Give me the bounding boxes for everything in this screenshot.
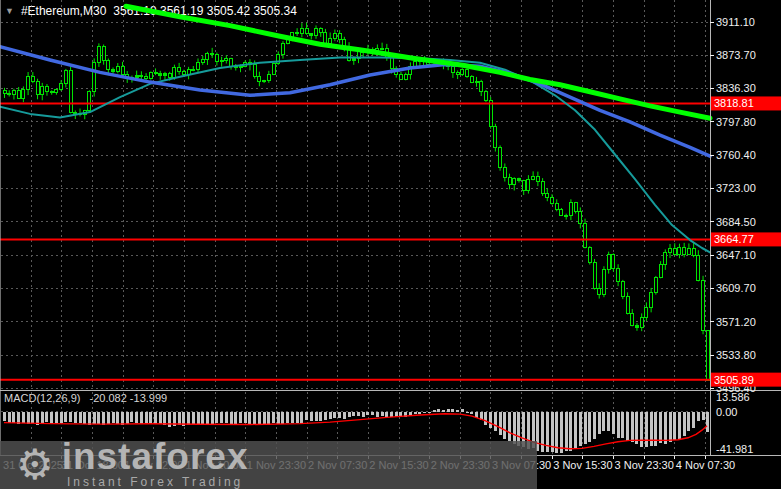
macd-bar [348, 412, 351, 418]
candle [503, 163, 506, 181]
macd-bar [211, 412, 214, 425]
macd-bar [626, 412, 629, 442]
macd-bar [560, 412, 563, 454]
macd-bar [45, 412, 48, 423]
candle-body [17, 91, 20, 98]
macd-bar [140, 412, 143, 425]
candle-body [281, 43, 284, 55]
candle [211, 48, 214, 58]
price-tick-label: 3647.10 [716, 249, 756, 261]
candle [93, 58, 96, 96]
candle-body [197, 62, 200, 69]
candle [305, 23, 308, 35]
candle-body [414, 61, 417, 66]
candle [522, 180, 525, 195]
candle-body [669, 249, 672, 253]
candle-body [645, 308, 648, 318]
candle-body [93, 63, 96, 92]
candle-body [3, 90, 6, 93]
candle [612, 253, 615, 271]
macd-bar [31, 412, 34, 423]
macd-bar [22, 412, 25, 424]
candle-body [296, 33, 299, 34]
price-tick-label: 3760.40 [716, 149, 756, 161]
macd-bar [343, 412, 346, 419]
candle-body [461, 70, 464, 75]
candle-body [555, 204, 558, 210]
candle-body [527, 180, 530, 191]
macd-bar [258, 412, 261, 425]
candle [8, 90, 11, 96]
macd-bar [631, 412, 634, 443]
macd-bar [319, 412, 322, 422]
candle [50, 90, 53, 94]
candle-body [107, 60, 110, 70]
candle-body [50, 91, 53, 92]
candle-body [329, 38, 332, 44]
candle-body [41, 87, 44, 95]
macd-bar [584, 412, 587, 445]
candle-body [310, 34, 313, 36]
candle-body [650, 292, 653, 307]
candle [404, 73, 407, 81]
candle [669, 244, 672, 258]
macd-bar [357, 412, 360, 416]
price-tick-label: 3797.80 [716, 116, 756, 128]
candle-body [74, 112, 77, 113]
macd-bar [706, 412, 709, 432]
candle [187, 67, 190, 79]
candle [489, 97, 492, 129]
macd-bar [225, 412, 228, 423]
candle [121, 62, 124, 76]
macd-bar [300, 412, 303, 423]
macd-bar [272, 412, 275, 423]
candle-body [215, 55, 218, 61]
macd-bar [602, 412, 605, 432]
macd-bar [135, 412, 138, 424]
macd-bar [315, 412, 318, 421]
candle [31, 72, 34, 83]
candle-body [69, 71, 72, 112]
price-axis[interactable]: 3911.103873.703836.303797.803760.403723.… [710, 16, 781, 455]
macd-bar [338, 412, 341, 419]
candle [272, 63, 275, 75]
candle-body [635, 325, 638, 327]
candle [267, 71, 270, 83]
candle-body [673, 249, 676, 254]
candle [399, 72, 402, 80]
macd-bar [489, 412, 492, 428]
candle [565, 214, 568, 220]
candle [192, 66, 195, 71]
macd-bar [324, 412, 327, 421]
candle-body [159, 74, 162, 76]
candle [635, 323, 638, 331]
candle [617, 264, 620, 286]
candle-body [55, 90, 58, 93]
candle [494, 124, 497, 152]
candle [508, 174, 511, 190]
candle-body [60, 84, 63, 90]
candle-body [546, 193, 549, 197]
candle [409, 62, 412, 79]
candle-body [192, 69, 195, 70]
candle [381, 43, 384, 50]
candle-body [121, 67, 124, 75]
candle [83, 110, 86, 119]
macd-bar [461, 409, 464, 411]
price-level-badge: 3505.89 [711, 373, 781, 387]
candle-body [315, 29, 318, 35]
candle [499, 145, 502, 170]
candle [230, 58, 233, 70]
candle-body [267, 74, 270, 80]
chart-canvas[interactable]: 3911.103873.703836.303797.803760.403723.… [0, 0, 781, 489]
candle-body [692, 248, 695, 255]
macd-bar [414, 412, 417, 415]
candle [645, 302, 648, 321]
candle [333, 30, 336, 42]
candle [687, 243, 690, 255]
macd-axis-label: -41.981 [716, 443, 753, 455]
candle [12, 89, 15, 100]
candle-body [206, 53, 209, 59]
macd-bar [178, 412, 181, 426]
candle-body [399, 74, 402, 79]
